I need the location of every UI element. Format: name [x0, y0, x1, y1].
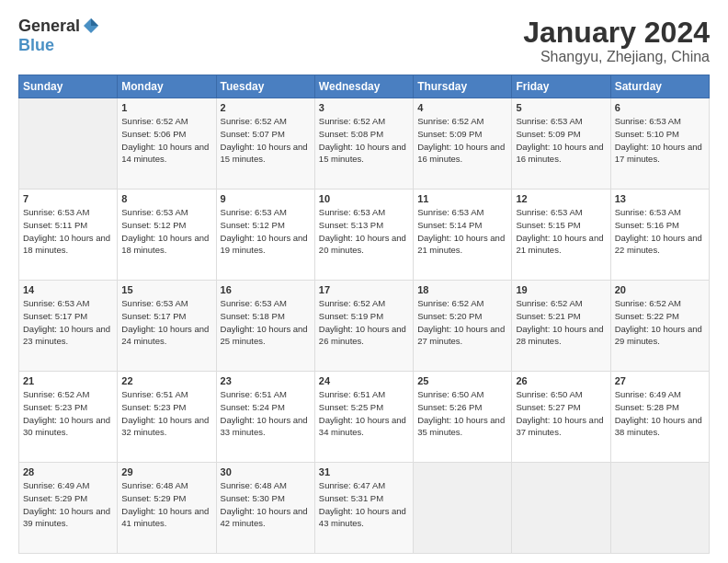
- day-number: 3: [319, 102, 409, 113]
- day-info: Sunrise: 6:52 AMSunset: 5:07 PMDaylight:…: [221, 115, 311, 166]
- calendar-table: Sunday Monday Tuesday Wednesday Thursday…: [18, 75, 710, 554]
- day-info: Sunrise: 6:52 AMSunset: 5:21 PMDaylight:…: [516, 297, 606, 348]
- day-number: 21: [23, 375, 113, 386]
- day-number: 29: [121, 466, 211, 477]
- title-block: January 2024 Shangyu, Zhejiang, China: [523, 17, 710, 65]
- calendar-week-row: 7Sunrise: 6:53 AMSunset: 5:11 PMDaylight…: [19, 190, 710, 281]
- col-wednesday: Wednesday: [314, 75, 413, 98]
- day-info: Sunrise: 6:51 AMSunset: 5:25 PMDaylight:…: [319, 388, 409, 439]
- table-row: 14Sunrise: 6:53 AMSunset: 5:17 PMDayligh…: [19, 281, 118, 372]
- table-row: 22Sunrise: 6:51 AMSunset: 5:23 PMDayligh…: [118, 372, 216, 463]
- table-row: 1Sunrise: 6:52 AMSunset: 5:06 PMDaylight…: [118, 98, 216, 190]
- table-row: 11Sunrise: 6:53 AMSunset: 5:14 PMDayligh…: [414, 190, 512, 281]
- day-number: 20: [615, 284, 705, 295]
- day-number: 22: [121, 375, 211, 386]
- calendar-week-row: 1Sunrise: 6:52 AMSunset: 5:06 PMDaylight…: [19, 98, 710, 190]
- table-row: 17Sunrise: 6:52 AMSunset: 5:19 PMDayligh…: [314, 281, 413, 372]
- table-row: 6Sunrise: 6:53 AMSunset: 5:10 PMDaylight…: [610, 98, 709, 190]
- table-row: 3Sunrise: 6:52 AMSunset: 5:08 PMDaylight…: [314, 98, 413, 190]
- day-number: 6: [615, 102, 705, 113]
- day-info: Sunrise: 6:52 AMSunset: 5:09 PMDaylight:…: [417, 115, 507, 166]
- table-row: [19, 98, 118, 190]
- day-info: Sunrise: 6:51 AMSunset: 5:23 PMDaylight:…: [121, 388, 211, 439]
- day-info: Sunrise: 6:53 AMSunset: 5:13 PMDaylight:…: [319, 206, 409, 257]
- day-info: Sunrise: 6:52 AMSunset: 5:23 PMDaylight:…: [23, 388, 113, 439]
- svg-marker-1: [91, 18, 98, 26]
- logo: General Blue: [18, 17, 100, 55]
- col-sunday: Sunday: [19, 75, 118, 98]
- day-info: Sunrise: 6:47 AMSunset: 5:31 PMDaylight:…: [319, 479, 409, 530]
- table-row: 2Sunrise: 6:52 AMSunset: 5:07 PMDaylight…: [216, 98, 314, 190]
- day-info: Sunrise: 6:48 AMSunset: 5:30 PMDaylight:…: [221, 479, 311, 530]
- table-row: 21Sunrise: 6:52 AMSunset: 5:23 PMDayligh…: [19, 372, 118, 463]
- table-row: [610, 463, 709, 554]
- calendar-week-row: 21Sunrise: 6:52 AMSunset: 5:23 PMDayligh…: [19, 372, 710, 463]
- day-info: Sunrise: 6:53 AMSunset: 5:14 PMDaylight:…: [417, 206, 507, 257]
- day-number: 25: [417, 375, 507, 386]
- day-info: Sunrise: 6:52 AMSunset: 5:08 PMDaylight:…: [319, 115, 409, 166]
- day-number: 11: [417, 193, 507, 204]
- day-info: Sunrise: 6:52 AMSunset: 5:22 PMDaylight:…: [615, 297, 705, 348]
- day-number: 18: [417, 284, 507, 295]
- table-row: 25Sunrise: 6:50 AMSunset: 5:26 PMDayligh…: [414, 372, 512, 463]
- day-number: 7: [23, 193, 113, 204]
- day-number: 28: [23, 466, 113, 477]
- table-row: 30Sunrise: 6:48 AMSunset: 5:30 PMDayligh…: [216, 463, 314, 554]
- day-info: Sunrise: 6:53 AMSunset: 5:18 PMDaylight:…: [221, 297, 311, 348]
- table-row: 5Sunrise: 6:53 AMSunset: 5:09 PMDaylight…: [512, 98, 610, 190]
- table-row: 31Sunrise: 6:47 AMSunset: 5:31 PMDayligh…: [314, 463, 413, 554]
- day-number: 23: [221, 375, 311, 386]
- day-number: 10: [319, 193, 409, 204]
- table-row: 26Sunrise: 6:50 AMSunset: 5:27 PMDayligh…: [512, 372, 610, 463]
- col-tuesday: Tuesday: [216, 75, 314, 98]
- day-info: Sunrise: 6:53 AMSunset: 5:11 PMDaylight:…: [23, 206, 113, 257]
- day-number: 26: [516, 375, 606, 386]
- col-thursday: Thursday: [414, 75, 512, 98]
- table-row: 4Sunrise: 6:52 AMSunset: 5:09 PMDaylight…: [414, 98, 512, 190]
- table-row: 10Sunrise: 6:53 AMSunset: 5:13 PMDayligh…: [314, 190, 413, 281]
- logo-general-text: General: [18, 17, 80, 36]
- table-row: 27Sunrise: 6:49 AMSunset: 5:28 PMDayligh…: [610, 372, 709, 463]
- day-number: 1: [121, 102, 211, 113]
- calendar-week-row: 28Sunrise: 6:49 AMSunset: 5:29 PMDayligh…: [19, 463, 710, 554]
- day-info: Sunrise: 6:52 AMSunset: 5:19 PMDaylight:…: [319, 297, 409, 348]
- day-info: Sunrise: 6:49 AMSunset: 5:28 PMDaylight:…: [615, 388, 705, 439]
- table-row: 29Sunrise: 6:48 AMSunset: 5:29 PMDayligh…: [118, 463, 216, 554]
- table-row: 8Sunrise: 6:53 AMSunset: 5:12 PMDaylight…: [118, 190, 216, 281]
- day-info: Sunrise: 6:52 AMSunset: 5:20 PMDaylight:…: [417, 297, 507, 348]
- header: General Blue January 2024 Shangyu, Zheji…: [18, 17, 710, 65]
- day-info: Sunrise: 6:50 AMSunset: 5:27 PMDaylight:…: [516, 388, 606, 439]
- day-number: 12: [516, 193, 606, 204]
- table-row: 24Sunrise: 6:51 AMSunset: 5:25 PMDayligh…: [314, 372, 413, 463]
- table-row: 28Sunrise: 6:49 AMSunset: 5:29 PMDayligh…: [19, 463, 118, 554]
- day-number: 5: [516, 102, 606, 113]
- table-row: 12Sunrise: 6:53 AMSunset: 5:15 PMDayligh…: [512, 190, 610, 281]
- day-info: Sunrise: 6:53 AMSunset: 5:15 PMDaylight:…: [516, 206, 606, 257]
- col-monday: Monday: [118, 75, 216, 98]
- location: Shangyu, Zhejiang, China: [523, 49, 710, 65]
- day-number: 9: [221, 193, 311, 204]
- day-info: Sunrise: 6:53 AMSunset: 5:17 PMDaylight:…: [23, 297, 113, 348]
- day-info: Sunrise: 6:53 AMSunset: 5:12 PMDaylight:…: [121, 206, 211, 257]
- day-number: 15: [121, 284, 211, 295]
- table-row: 9Sunrise: 6:53 AMSunset: 5:12 PMDaylight…: [216, 190, 314, 281]
- day-info: Sunrise: 6:48 AMSunset: 5:29 PMDaylight:…: [121, 479, 211, 530]
- table-row: [512, 463, 610, 554]
- table-row: 15Sunrise: 6:53 AMSunset: 5:17 PMDayligh…: [118, 281, 216, 372]
- calendar-week-row: 14Sunrise: 6:53 AMSunset: 5:17 PMDayligh…: [19, 281, 710, 372]
- table-row: 13Sunrise: 6:53 AMSunset: 5:16 PMDayligh…: [610, 190, 709, 281]
- day-number: 2: [221, 102, 311, 113]
- day-number: 14: [23, 284, 113, 295]
- day-number: 8: [121, 193, 211, 204]
- day-number: 13: [615, 193, 705, 204]
- table-row: [414, 463, 512, 554]
- day-info: Sunrise: 6:53 AMSunset: 5:16 PMDaylight:…: [615, 206, 705, 257]
- day-info: Sunrise: 6:53 AMSunset: 5:09 PMDaylight:…: [516, 115, 606, 166]
- day-info: Sunrise: 6:53 AMSunset: 5:17 PMDaylight:…: [121, 297, 211, 348]
- day-info: Sunrise: 6:53 AMSunset: 5:12 PMDaylight:…: [221, 206, 311, 257]
- day-number: 30: [221, 466, 311, 477]
- day-number: 16: [221, 284, 311, 295]
- logo-blue-text: Blue: [18, 36, 54, 55]
- day-number: 4: [417, 102, 507, 113]
- day-info: Sunrise: 6:49 AMSunset: 5:29 PMDaylight:…: [23, 479, 113, 530]
